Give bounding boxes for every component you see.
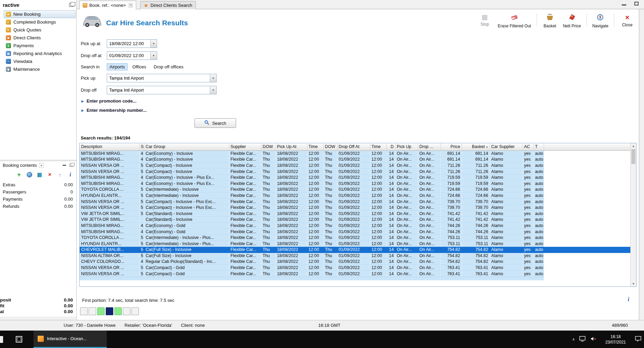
- minimize-icon[interactable]: [63, 165, 66, 166]
- table-row[interactable]: MITSUBISHI MIRAG... 4 Car(Economy) - Inc…: [80, 174, 630, 180]
- drop-off-input[interactable]: [107, 86, 210, 94]
- table-row[interactable]: TOYOTA COROLLA ... 5 Car(Intermediate) -…: [80, 235, 630, 241]
- display-icon[interactable]: [579, 336, 586, 343]
- col-seats[interactable]: S: [139, 143, 144, 150]
- tab-close-icon[interactable]: ×: [129, 3, 133, 8]
- pick-up-at-input[interactable]: [107, 40, 150, 48]
- basket-button[interactable]: Basket: [542, 11, 557, 28]
- tab-booking-ref[interactable]: Book. ref.: <none> ×: [79, 1, 136, 9]
- hidden-icons-chevron-icon[interactable]: ∧: [572, 337, 575, 342]
- vertical-scrollbar[interactable]: ▲ ▼: [630, 143, 636, 286]
- col-price[interactable]: Price: [440, 143, 462, 150]
- scrollbar-thumb[interactable]: [631, 149, 635, 164]
- page-tab[interactable]: [97, 307, 105, 315]
- booking-contents-row[interactable]: Extras 0.00: [0, 181, 76, 188]
- table-row[interactable]: NISSAN VERSA OR ... 5 Car(Compact) - Inc…: [80, 169, 630, 175]
- chevron-down-icon[interactable]: ▼: [210, 74, 216, 82]
- table-row[interactable]: NISSAN VERSA OR ... 5 Car(Compact) - Inc…: [80, 204, 630, 211]
- table-row[interactable]: MITSUBISHI MIRAG... 4 Car(Economy) - Gol…: [80, 229, 630, 235]
- col-ac[interactable]: AC: [523, 143, 533, 150]
- table-row[interactable]: MITSUBISHI MIRAG... 4 Car(Economy) - Gol…: [80, 223, 630, 229]
- sidebar-item[interactable]: $ Payments: [0, 42, 76, 50]
- table-row[interactable]: NISSAN VERSA OR ... 5 Car(Compact) - Gol…: [80, 265, 630, 271]
- add-icon[interactable]: +: [16, 172, 22, 178]
- promotion-code-expander[interactable]: ▶ Enter promotion code...: [81, 98, 236, 104]
- col-t[interactable]: T: [533, 143, 544, 150]
- table-row[interactable]: CHEVROLET MALIB... 5 Car(Full Size) - In…: [80, 247, 630, 253]
- task-view-icon[interactable]: [16, 336, 22, 343]
- table-row[interactable]: CHEVY COLORADO... 4 Regular Cab Pickup(S…: [80, 259, 630, 265]
- table-row[interactable]: VW JETTA OR SIMIL... Car(Standard) - Inc…: [80, 217, 630, 223]
- table-row[interactable]: HYUNDAI ELANTR... 5 Car(Intermediate) - …: [80, 192, 630, 199]
- globe-icon[interactable]: [26, 172, 33, 178]
- erase-filtered-out-button[interactable]: Erase Filtered Out: [498, 11, 531, 28]
- col-car-group[interactable]: Car Group: [144, 143, 229, 150]
- booking-contents-close-icon[interactable]: ×: [39, 163, 44, 168]
- scroll-up-icon[interactable]: ▲: [631, 143, 636, 149]
- membership-number-expander[interactable]: ▶ Enter membership number...: [81, 108, 236, 113]
- col-supplier[interactable]: Supplier: [229, 143, 261, 150]
- info-icon[interactable]: i: [67, 172, 74, 178]
- sidebar-item[interactable]: ◆ Maintenance: [0, 65, 76, 73]
- sidebar-item[interactable]: ✎ Quick Quotes: [0, 26, 76, 34]
- table-row[interactable]: NISSAN VERSA OR ... 5 Car(Compact) - Inc…: [80, 162, 630, 169]
- sidebar-item[interactable]: ◔ Viewdata: [0, 57, 76, 65]
- table-row[interactable]: NISSAN ALTIMA OR... 5 Car(Full Size) - I…: [80, 253, 630, 259]
- col-time-pu[interactable]: Time: [307, 143, 323, 150]
- table-row[interactable]: HYUNDAI ELANTR... 5 Car(Intermediate) - …: [80, 241, 630, 247]
- grid-icon[interactable]: ▦: [36, 172, 43, 178]
- sidebar-item[interactable]: ☻ Direct Clients: [0, 34, 76, 42]
- page-tab[interactable]: [123, 307, 130, 315]
- delete-icon[interactable]: ×: [47, 172, 53, 178]
- search-button[interactable]: Search: [194, 118, 236, 128]
- nett-price-button[interactable]: Nett Price: [563, 11, 581, 28]
- table-row[interactable]: NISSAN VERSA OR ... 5 Car(Compact) - Gol…: [80, 271, 630, 277]
- chevron-down-icon[interactable]: ▼: [150, 40, 157, 48]
- col-pick-up-at[interactable]: Pick Up At: [275, 143, 307, 150]
- pick-up-input[interactable]: [107, 74, 210, 82]
- start-button[interactable]: [0, 336, 3, 343]
- chevron-down-icon[interactable]: ▼: [150, 52, 157, 59]
- option-airports[interactable]: Airports: [107, 63, 128, 70]
- page-tab[interactable]: [131, 307, 139, 315]
- table-row[interactable]: MITSUBISHI MIRAG... 4 Car(Economy) - Inc…: [80, 157, 630, 163]
- restore-icon[interactable]: [69, 164, 73, 167]
- table-row[interactable]: VW JETTA OR SIMIL... 5 Car(Standard) - I…: [80, 211, 630, 217]
- page-tab[interactable]: [80, 307, 88, 315]
- sidebar-item[interactable]: ▦ Reporting and Analytics: [0, 50, 76, 57]
- table-row[interactable]: MITSUBISHI MIRAG... 4 Car(Economy) - Inc…: [80, 180, 630, 187]
- taskbar-app-button[interactable]: Interactive - Ocean...: [34, 331, 107, 348]
- navigate-button[interactable]: Navigate: [592, 11, 608, 28]
- window-maximize-icon[interactable]: [634, 2, 639, 5]
- col-days[interactable]: D: [386, 143, 395, 150]
- window-minimize-icon[interactable]: [622, 4, 626, 5]
- page-tab[interactable]: [114, 307, 122, 315]
- col-drop-off-at[interactable]: Drop Off At: [337, 143, 370, 150]
- col-dow-pu[interactable]: DOW: [261, 143, 275, 150]
- action-center-icon[interactable]: [634, 335, 642, 344]
- close-button[interactable]: × Close: [620, 11, 635, 28]
- option-offices[interactable]: Offices: [130, 63, 149, 70]
- booking-contents-row[interactable]: Refunds 0.00: [0, 203, 76, 210]
- col-basket[interactable]: Basket▼: [462, 143, 490, 150]
- drop-off-at-input[interactable]: [107, 52, 150, 59]
- taskbar-clock[interactable]: 16:18 23/07/2021: [601, 334, 630, 345]
- scroll-down-icon[interactable]: ▼: [631, 281, 636, 286]
- sidebar-item[interactable]: ★ New Booking: [4, 10, 76, 18]
- col-description[interactable]: Description: [80, 143, 139, 150]
- page-tab[interactable]: [106, 307, 113, 315]
- tab-direct-clients-search[interactable]: ☻ Direct Clients Search: [140, 1, 196, 9]
- chevron-down-icon[interactable]: ▼: [210, 86, 216, 94]
- col-car-supplier[interactable]: Car Supplier: [490, 143, 523, 150]
- panel-restore-icon[interactable]: [69, 3, 74, 7]
- info-icon[interactable]: i: [628, 296, 629, 303]
- sidebar-item[interactable]: ✓ Completed Bookings: [0, 18, 76, 26]
- page-tab[interactable]: [89, 307, 96, 315]
- stop-button[interactable]: Stop: [477, 11, 492, 28]
- booking-contents-row[interactable]: Payments 0.00: [0, 196, 76, 203]
- table-row[interactable]: TOYOTA COROLLA ... 5 Car(Intermediate) -…: [80, 187, 630, 193]
- col-pick-up[interactable]: Pick Up: [395, 143, 418, 150]
- col-dow-do[interactable]: DOW: [323, 143, 337, 150]
- table-row[interactable]: MITSUBISHI MIRAG... 4 Car(Economy) - Inc…: [80, 150, 630, 157]
- col-time-do[interactable]: Time: [370, 143, 386, 150]
